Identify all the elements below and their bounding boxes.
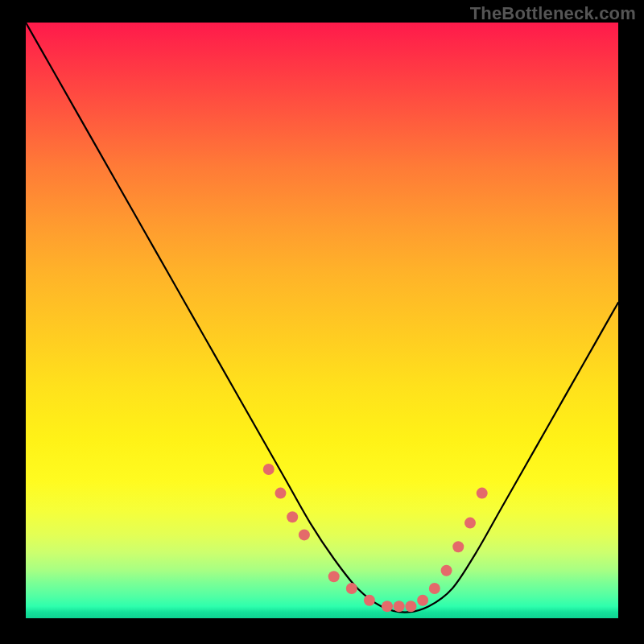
curve-marker — [452, 541, 464, 552]
curve-marker — [417, 595, 428, 606]
curve-marker — [328, 571, 340, 582]
bottleneck-curve — [26, 23, 618, 613]
plot-area — [26, 23, 618, 618]
curve-marker — [287, 511, 298, 522]
curve-marker — [429, 583, 440, 594]
curve-marker — [464, 518, 476, 529]
curve-marker — [346, 583, 357, 594]
curve-marker — [394, 601, 405, 612]
curve-marker — [364, 595, 375, 606]
curve-layer — [26, 23, 618, 618]
curve-marker — [477, 488, 488, 499]
curve-marker — [382, 601, 393, 612]
curve-marker — [299, 529, 310, 540]
curve-marker — [263, 464, 275, 475]
curve-marker — [275, 488, 286, 499]
curve-marker — [405, 601, 416, 612]
curve-markers — [263, 464, 488, 612]
curve-marker — [441, 565, 452, 576]
chart-frame: TheBottleneck.com — [0, 0, 644, 644]
watermark-text: TheBottleneck.com — [470, 3, 636, 24]
